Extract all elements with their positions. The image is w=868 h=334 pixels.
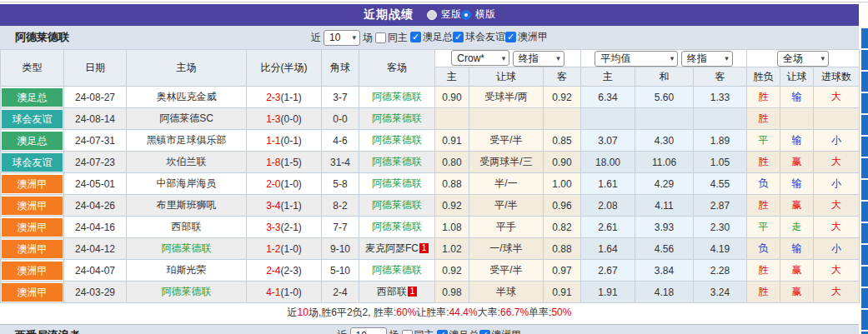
- odds-away-cell: 0.97: [544, 260, 581, 282]
- next-section-bar: 西悉尼流浪者 近 10▾ 场 同主 澳足总澳洲甲: [0, 324, 859, 334]
- bookmaker-select[interactable]: Crow*▾: [451, 50, 509, 66]
- filter-controls: 近 10▾ 场 同主 澳足总球会友谊澳洲甲: [311, 30, 548, 46]
- next-same-home-checkbox[interactable]: 同主: [402, 328, 434, 334]
- away-team-cell[interactable]: 阿德莱德联: [359, 195, 435, 217]
- radio-label: 竖版: [441, 7, 461, 22]
- avg-draw-cell: 4.29: [635, 173, 694, 195]
- chevron-down-icon: ▾: [670, 54, 675, 62]
- handicap-result-cell: 输: [780, 130, 814, 152]
- avg-away-cell: 1.33: [694, 87, 747, 108]
- home-team-cell[interactable]: 阿德莱德SC: [127, 108, 247, 130]
- col-header-odds-home: 主: [435, 67, 469, 87]
- away-team-cell[interactable]: 西部联1: [359, 282, 435, 303]
- away-team-cell[interactable]: 阿德莱德联: [359, 130, 435, 152]
- odds-away-cell: [544, 108, 581, 130]
- handicap-result-text: 赢: [792, 264, 802, 276]
- halftime-score: (1-0): [281, 287, 302, 298]
- league-cell: 澳洲甲: [1, 238, 64, 260]
- filter-checkbox-澳足总[interactable]: 澳足总: [410, 30, 453, 44]
- away-team-name: 麦克阿瑟FC: [365, 242, 419, 254]
- league-tag: 澳洲甲: [2, 197, 63, 215]
- odds-home-cell: 0.92: [435, 260, 469, 282]
- filter-checkbox-澳足总[interactable]: 澳足总: [437, 328, 479, 334]
- summary-part: 近: [288, 306, 298, 320]
- goals-text: 大: [831, 286, 841, 297]
- same-home-checkbox[interactable]: 同主: [375, 31, 408, 45]
- layout-radio-横版[interactable]: 横版: [461, 7, 495, 22]
- away-team-cell[interactable]: 麦克阿瑟FC1: [359, 238, 435, 260]
- table-row: 澳洲甲24-04-26布里斯班狮吼3-4(1-1)8-2阿德莱德联0.92平/半…: [1, 195, 860, 217]
- home-team-cell[interactable]: 布里斯班狮吼: [127, 195, 247, 217]
- avg-away-cell: 2.28: [694, 260, 747, 282]
- average-select[interactable]: 平均值▾: [595, 51, 678, 67]
- goals-text: 大: [831, 264, 841, 276]
- next-league-filter-group: 澳足总澳洲甲: [437, 328, 522, 334]
- goals-text: 大: [831, 221, 841, 232]
- next-match-count-select[interactable]: 10▾: [350, 327, 387, 334]
- odds-home-cell: 0.80: [435, 152, 469, 173]
- checkbox-icon: [410, 32, 421, 42]
- away-team-name: 阿德莱德联: [372, 177, 422, 189]
- avg-draw-cell: 4.30: [635, 130, 694, 152]
- score-cell: 1-3(0-0): [247, 108, 322, 130]
- home-team-cell[interactable]: 中部海岸海员: [127, 173, 247, 195]
- col-header-score: 比分(半场): [247, 50, 322, 87]
- result-text: 平: [759, 134, 769, 146]
- summary-part: 44.4%: [449, 307, 478, 318]
- goals-text: 大: [831, 156, 841, 167]
- handicap-result-cell: 赢: [780, 152, 814, 173]
- away-team-cell[interactable]: 阿德莱德联: [359, 260, 435, 282]
- radio-label: 横版: [475, 7, 495, 22]
- bookmaker-value: Crow*: [457, 52, 484, 64]
- result-text: 胜: [759, 156, 769, 167]
- scope-select[interactable]: 全场▾: [777, 51, 829, 67]
- score-cell: 1-8(1-5): [247, 152, 322, 173]
- handicap-cell: 受两球半/三: [469, 152, 544, 173]
- avg-home-cell: 3.07: [581, 130, 635, 152]
- away-team-name: 阿德莱德联: [372, 221, 422, 232]
- date-cell: 24-07-31: [64, 130, 127, 152]
- away-team-cell[interactable]: 阿德莱德联: [359, 217, 435, 238]
- home-team-cell[interactable]: 珀斯光荣: [127, 260, 247, 282]
- corner-cell: 31-4: [322, 152, 359, 173]
- away-team-cell[interactable]: 阿德莱德联: [359, 108, 435, 130]
- handicap-cell: 半球: [469, 282, 544, 303]
- average-index-select[interactable]: 终指▾: [681, 51, 733, 67]
- avg-away-cell: 2.30: [694, 217, 747, 238]
- avg-draw-cell: 4.11: [635, 195, 694, 217]
- date-cell: 24-04-26: [64, 195, 127, 217]
- avg-away-cell: [694, 108, 747, 130]
- adjacent-table-cell: [861, 72, 868, 92]
- adjacent-table-cell: [861, 310, 868, 330]
- home-team-cell[interactable]: 奥林匹克金威: [127, 87, 247, 108]
- home-team-cell[interactable]: 坎伯兰联: [127, 152, 247, 173]
- away-team-name: 西部联: [377, 286, 407, 297]
- filter-checkbox-球会友谊[interactable]: 球会友谊: [453, 30, 505, 44]
- away-team-name: 阿德莱德联: [372, 134, 422, 146]
- home-team-cell[interactable]: 西部联: [127, 217, 247, 238]
- filter-checkbox-澳洲甲[interactable]: 澳洲甲: [479, 328, 522, 334]
- home-team-cell[interactable]: 黑镇市足球俱乐部: [127, 130, 247, 152]
- filter-label: 球会友谊: [465, 30, 505, 44]
- layout-radio-竖版[interactable]: 竖版: [427, 7, 461, 22]
- fulltime-score: 1-8: [266, 157, 280, 168]
- adjacent-table-cell: [861, 288, 868, 308]
- adjacent-table-cell: [861, 158, 868, 178]
- handicap-result-text: 赢: [792, 199, 802, 211]
- away-team-cell[interactable]: 阿德莱德联: [359, 152, 435, 173]
- filter-checkbox-澳洲甲[interactable]: 澳洲甲: [505, 30, 548, 44]
- handicap-result-cell: 走: [780, 217, 814, 238]
- away-team-cell[interactable]: 阿德莱德联: [359, 87, 435, 108]
- halftime-score: (1-1): [281, 92, 302, 103]
- table-row: 澳足总24-07-31黑镇市足球俱乐部1-1(0-1)4-6阿德莱德联0.91受…: [1, 130, 860, 152]
- bookmaker-index-select[interactable]: 终指▾: [513, 51, 564, 67]
- home-team-cell[interactable]: 阿德莱德联: [127, 238, 247, 260]
- avg-home-cell: [581, 108, 635, 130]
- match-count-select[interactable]: 10▾: [324, 30, 360, 46]
- adjacent-table-cell: [861, 115, 868, 135]
- away-team-cell[interactable]: 阿德莱德联: [359, 173, 435, 195]
- handicap-result-text: 输: [792, 242, 802, 254]
- checkbox-icon: [402, 330, 413, 334]
- home-team-cell[interactable]: 阿德莱德联: [127, 282, 247, 303]
- handicap-result-text: 走: [792, 221, 802, 232]
